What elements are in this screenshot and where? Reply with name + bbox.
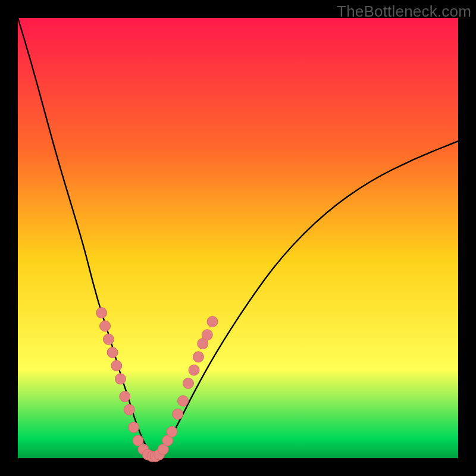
highlight-dot [100,321,111,331]
highlight-dot [111,361,122,371]
highlight-dot [96,308,107,318]
highlight-dot [107,347,118,358]
highlight-dot [189,365,199,375]
highlight-dot [103,334,114,345]
bottleneck-chart [0,0,476,476]
plot-background [18,18,458,458]
watermark-text: TheBottleneck.com [337,2,471,21]
highlight-dot [167,427,177,437]
highlight-dot [173,409,183,419]
chart-stage: TheBottleneck.com [0,0,476,476]
highlight-dot [202,330,212,340]
highlight-dot [115,374,126,384]
highlight-dot [124,405,134,415]
highlight-dot [129,422,139,433]
highlight-dot [183,378,193,389]
highlight-dot [178,396,189,406]
highlight-dot [207,317,218,327]
highlight-dot [120,391,130,402]
highlight-dot [193,352,203,362]
